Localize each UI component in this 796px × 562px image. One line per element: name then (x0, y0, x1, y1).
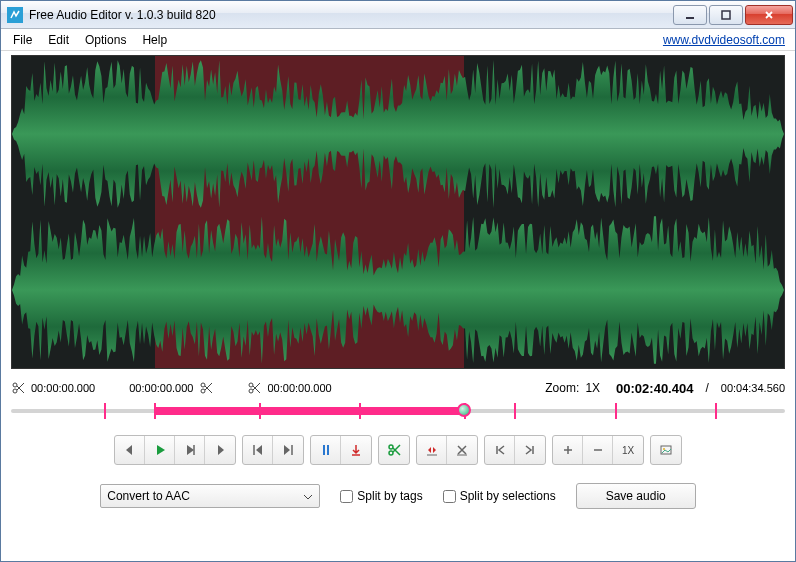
format-selected-text: Convert to AAC (107, 489, 303, 503)
svg-rect-2 (722, 11, 730, 19)
prev-button[interactable] (115, 436, 145, 464)
image-group (650, 435, 682, 465)
split-tags-checkbox[interactable]: Split by tags (340, 489, 422, 503)
svg-point-4 (13, 389, 17, 393)
format-select[interactable]: Convert to AAC (100, 484, 320, 508)
save-audio-button[interactable]: Save audio (576, 483, 696, 509)
menu-options[interactable]: Options (77, 31, 134, 49)
split-tags-label: Split by tags (357, 489, 422, 503)
waveform-channel-right (12, 212, 784, 368)
split-selections-checkbox[interactable]: Split by selections (443, 489, 556, 503)
maximize-button[interactable] (709, 5, 743, 25)
app-window: Free Audio Editor v. 1.0.3 build 820 Fil… (0, 0, 796, 562)
split-selections-input[interactable] (443, 490, 456, 503)
slider-tick (514, 403, 516, 419)
cut-button[interactable] (379, 436, 409, 464)
timeline-slider[interactable] (11, 401, 785, 425)
seek-group (484, 435, 546, 465)
cut-group (378, 435, 410, 465)
next-button[interactable] (205, 436, 235, 464)
marker-row: 00:00:00.000 00:00:00.000 00:00:00.000 Z… (11, 377, 785, 399)
minimize-button[interactable] (673, 5, 707, 25)
window-title: Free Audio Editor v. 1.0.3 build 820 (29, 8, 671, 22)
menu-edit[interactable]: Edit (40, 31, 77, 49)
play-selection-button[interactable] (175, 436, 205, 464)
marker-group (310, 435, 372, 465)
slider-tick (715, 403, 717, 419)
zoom-reset-button[interactable]: 1X (613, 436, 643, 464)
svg-point-7 (249, 383, 253, 387)
pause-marker-button[interactable] (311, 436, 341, 464)
window-buttons (671, 5, 793, 25)
titlebar: Free Audio Editor v. 1.0.3 build 820 (1, 1, 795, 29)
svg-point-6 (201, 389, 205, 393)
marker-end-time: 00:00:00.000 (129, 382, 193, 394)
slider-tick (154, 403, 156, 419)
chevron-down-icon (303, 489, 313, 503)
drop-marker-button[interactable] (341, 436, 371, 464)
marker-split-time: 00:00:00.000 (267, 382, 331, 394)
slider-tick (259, 403, 261, 419)
menubar: File Edit Options Help www.dvdvideosoft.… (1, 29, 795, 51)
seek-prev-marker-button[interactable] (485, 436, 515, 464)
split-selections-label: Split by selections (460, 489, 556, 503)
slider-tick (359, 403, 361, 419)
skip-start-button[interactable] (243, 436, 273, 464)
zoom-out-button[interactable] (583, 436, 613, 464)
trim-button[interactable] (417, 436, 447, 464)
svg-point-3 (13, 383, 17, 387)
skip-group (242, 435, 304, 465)
menu-file[interactable]: File (5, 31, 40, 49)
slider-tick (104, 403, 106, 419)
svg-point-5 (201, 383, 205, 387)
zoom-group: 1X (552, 435, 644, 465)
scissors-icon (199, 381, 213, 395)
waveform-channel-left (12, 56, 784, 212)
edit-group (416, 435, 478, 465)
slider-selection[interactable] (154, 407, 464, 415)
svg-point-8 (249, 389, 253, 393)
zoom-label: Zoom: 1X (545, 381, 600, 395)
toolbar: 1X (11, 435, 785, 465)
play-button[interactable] (145, 436, 175, 464)
content-area: 00:00:00.000 00:00:00.000 00:00:00.000 Z… (1, 51, 795, 519)
svg-point-15 (389, 445, 393, 449)
screenshot-button[interactable] (651, 436, 681, 464)
scissors-icon (247, 381, 261, 395)
slider-tick (615, 403, 617, 419)
split-tags-input[interactable] (340, 490, 353, 503)
seek-next-marker-button[interactable] (515, 436, 545, 464)
scissors-icon (11, 381, 25, 395)
position-time: 00:02:40.404 (616, 381, 693, 396)
site-link[interactable]: www.dvdvideosoft.com (663, 33, 791, 47)
menu-help[interactable]: Help (134, 31, 175, 49)
skip-end-button[interactable] (273, 436, 303, 464)
time-separator: / (705, 381, 708, 395)
app-icon (7, 7, 23, 23)
slider-thumb[interactable] (457, 403, 471, 417)
zoom-in-button[interactable] (553, 436, 583, 464)
playback-group (114, 435, 236, 465)
delete-button[interactable] (447, 436, 477, 464)
duration-time: 00:04:34.560 (721, 382, 785, 394)
close-button[interactable] (745, 5, 793, 25)
marker-start-time: 00:00:00.000 (31, 382, 95, 394)
bottom-row: Convert to AAC Split by tags Split by se… (11, 483, 785, 509)
waveform-display[interactable] (11, 55, 785, 369)
svg-point-16 (389, 451, 393, 455)
